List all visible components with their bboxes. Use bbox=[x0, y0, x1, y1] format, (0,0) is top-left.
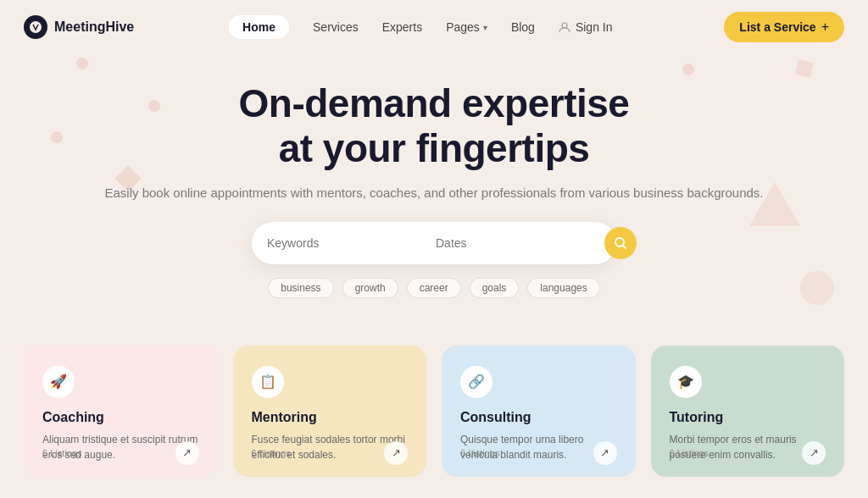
hero-title-line2: at your fingertips bbox=[279, 126, 590, 170]
card-consulting[interactable]: 🔗 Consulting Quisque tempor urna libero … bbox=[442, 346, 636, 477]
nav-signin-link[interactable]: Sign In bbox=[576, 20, 613, 34]
nav-blog-link[interactable]: Blog bbox=[511, 20, 535, 34]
tag-languages[interactable]: languages bbox=[527, 278, 599, 298]
hero-title: On-demand expertise at your fingertips bbox=[17, 81, 851, 171]
nav-links: Home Services Experts Pages ▾ Blog Sign … bbox=[229, 19, 612, 35]
chevron-down-icon: ▾ bbox=[483, 23, 487, 32]
nav-item-signin[interactable]: Sign In bbox=[559, 20, 613, 34]
list-service-button[interactable]: List a Service + bbox=[724, 12, 844, 42]
logo-icon bbox=[24, 15, 47, 39]
dates-input[interactable] bbox=[436, 236, 584, 250]
tag-growth[interactable]: growth bbox=[342, 278, 398, 298]
search-icon bbox=[614, 236, 627, 250]
logo-text: MeetingHive bbox=[54, 19, 134, 35]
tag-goals[interactable]: goals bbox=[470, 278, 520, 298]
hero-subtitle: Easily book online appointments with men… bbox=[17, 183, 851, 203]
card-icon-consulting: 🔗 bbox=[460, 366, 492, 398]
card-tutoring[interactable]: 🎓 Tutoring Morbi tempor eros et mauris p… bbox=[651, 346, 845, 477]
card-mentoring[interactable]: 📋 Mentoring Fusce feugiat sodales tortor… bbox=[233, 346, 427, 477]
card-title-consulting: Consulting bbox=[460, 410, 617, 425]
user-icon bbox=[559, 21, 570, 33]
tag-list: businessgrowthcareergoalslanguages bbox=[17, 278, 851, 298]
card-title-coaching: Coaching bbox=[42, 410, 199, 425]
hero-section: On-demand expertise at your fingertips E… bbox=[0, 54, 868, 318]
card-footer-consulting: 6 Listings ↗ bbox=[460, 441, 617, 465]
card-listings-tutoring: 6 Listings bbox=[670, 448, 709, 458]
nav-item-services[interactable]: Services bbox=[313, 19, 359, 35]
card-listings-coaching: 6 Listings bbox=[42, 448, 81, 458]
card-arrow-mentoring[interactable]: ↗ bbox=[384, 441, 408, 465]
cards-section: 🚀 Coaching Aliquam tristique et suscipit… bbox=[0, 346, 868, 477]
nav-item-pages[interactable]: Pages ▾ bbox=[446, 20, 487, 34]
search-bar bbox=[252, 222, 616, 264]
svg-point-1 bbox=[562, 23, 567, 28]
card-footer-coaching: 6 Listings ↗ bbox=[42, 441, 199, 465]
card-arrow-tutoring[interactable]: ↗ bbox=[802, 441, 826, 465]
hero-title-line1: On-demand expertise bbox=[239, 81, 630, 125]
tag-career[interactable]: career bbox=[407, 278, 461, 298]
card-title-mentoring: Mentoring bbox=[252, 410, 409, 425]
nav-item-blog[interactable]: Blog bbox=[511, 19, 535, 35]
nav-item-home[interactable]: Home bbox=[229, 19, 289, 35]
card-icon-mentoring: 📋 bbox=[252, 366, 284, 398]
logo[interactable]: MeetingHive bbox=[24, 15, 134, 39]
card-footer-mentoring: 6 Listings ↗ bbox=[252, 441, 409, 465]
card-footer-tutoring: 6 Listings ↗ bbox=[670, 441, 826, 465]
tag-business[interactable]: business bbox=[268, 278, 333, 298]
search-button[interactable] bbox=[604, 227, 637, 259]
plus-icon: + bbox=[821, 19, 829, 35]
list-service-label: List a Service bbox=[739, 20, 815, 34]
navbar: MeetingHive Home Services Experts Pages … bbox=[0, 0, 868, 54]
nav-services-link[interactable]: Services bbox=[313, 20, 359, 34]
card-coaching[interactable]: 🚀 Coaching Aliquam tristique et suscipit… bbox=[24, 346, 218, 477]
card-listings-consulting: 6 Listings bbox=[460, 448, 499, 458]
card-icon-tutoring: 🎓 bbox=[670, 366, 702, 398]
card-arrow-coaching[interactable]: ↗ bbox=[175, 441, 199, 465]
nav-pages-link[interactable]: Pages bbox=[446, 20, 480, 34]
card-icon-coaching: 🚀 bbox=[42, 366, 75, 398]
svg-point-0 bbox=[30, 21, 42, 33]
keywords-input[interactable] bbox=[267, 236, 415, 250]
card-arrow-consulting[interactable]: ↗ bbox=[593, 441, 617, 465]
nav-home-link[interactable]: Home bbox=[229, 15, 289, 39]
nav-item-experts[interactable]: Experts bbox=[382, 19, 422, 35]
card-title-tutoring: Tutoring bbox=[670, 410, 826, 425]
card-listings-mentoring: 6 Listings bbox=[252, 448, 291, 458]
nav-experts-link[interactable]: Experts bbox=[382, 20, 422, 34]
